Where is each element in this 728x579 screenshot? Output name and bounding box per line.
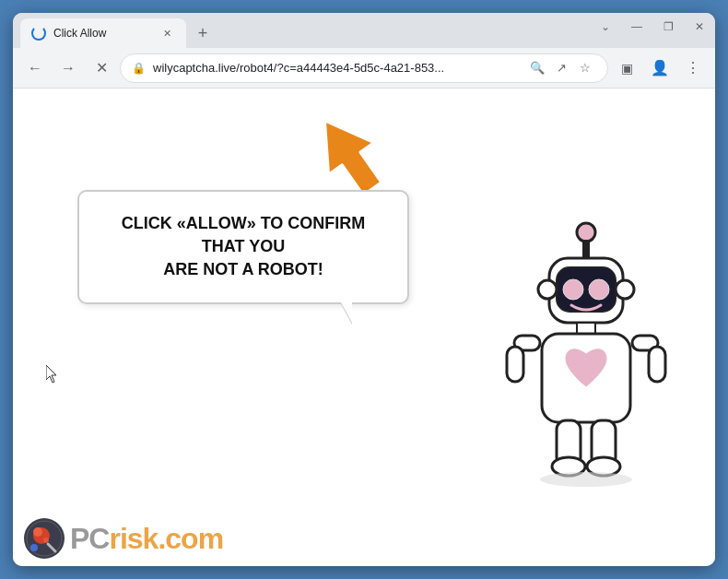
search-icon: 🔍 [530,61,545,75]
back-button[interactable]: ← [20,53,50,83]
sidebar-icon: ▣ [621,61,633,76]
svg-point-23 [33,527,42,537]
browser-window: Click Allow ✕ + ⌄ — ❐ ✕ ← → ✕ 🔒 wilycapt… [13,13,715,566]
speech-bubble: CLICK «ALLOW» TO CONFIRM THAT YOU ARE NO… [77,190,409,304]
svg-rect-14 [649,347,665,382]
svg-point-7 [538,280,557,299]
active-tab[interactable]: Click Allow ✕ [20,18,186,48]
reload-button[interactable]: ✕ [87,53,116,83]
menu-button[interactable]: ⋮ [678,53,708,83]
profile-icon: 👤 [651,59,669,77]
robot-illustration [494,216,678,511]
profile-button[interactable]: 👤 [645,53,675,83]
address-bar[interactable]: 🔒 wilycaptcha.live/robot4/?c=a44443e4-5d… [120,53,608,83]
bookmark-button[interactable]: ☆ [574,57,596,79]
back-icon: ← [28,60,42,77]
nav-bar: ← → ✕ 🔒 wilycaptcha.live/robot4/?c=a4444… [13,48,715,89]
svg-marker-20 [46,365,56,383]
svg-point-19 [540,472,632,487]
page-content: CLICK «ALLOW» TO CONFIRM THAT YOU ARE NO… [13,89,715,566]
new-tab-button[interactable]: + [190,20,216,46]
menu-icon: ⋮ [686,59,700,77]
mouse-cursor [46,365,57,382]
reload-icon: ✕ [96,59,108,77]
forward-icon: → [61,60,76,77]
window-controls: ⌄ — ❐ ✕ [597,18,708,35]
robot-svg [494,216,678,520]
pcrisk-logo [24,518,65,559]
svg-point-24 [43,538,49,543]
tab-title: Click Allow [53,27,151,40]
svg-rect-12 [507,347,523,382]
svg-point-5 [563,279,583,300]
star-icon: ☆ [580,61,591,75]
title-bar: Click Allow ✕ + ⌄ — ❐ ✕ [13,13,715,48]
close-button[interactable]: ✕ [691,18,708,35]
svg-point-1 [577,223,595,242]
search-button[interactable]: 🔍 [526,57,548,79]
bubble-text: CLICK «ALLOW» TO CONFIRM THAT YOU ARE NO… [105,212,382,282]
lock-icon: 🔒 [132,62,146,75]
address-text: wilycaptcha.live/robot4/?c=a44443e4-5d5c… [153,61,519,75]
pcrisk-watermark: PCrisk.com [24,518,223,559]
pcrisk-logo-svg [26,520,63,557]
tab-close-button[interactable]: ✕ [159,25,175,41]
tab-spinner [31,26,46,41]
forward-button[interactable]: → [53,53,83,83]
sidebar-toggle-button[interactable]: ▣ [612,53,641,83]
maximize-button[interactable]: ❐ [660,18,676,35]
svg-point-8 [616,280,634,299]
tab-area: Click Allow ✕ + [20,13,216,48]
chevron-down-icon[interactable]: ⌄ [597,18,614,35]
minimize-button[interactable]: — [628,18,645,35]
svg-point-26 [30,544,38,551]
pcrisk-brand-text: PCrisk.com [70,522,223,556]
share-icon: ↗ [557,61,567,75]
svg-point-6 [589,279,609,300]
address-bar-actions: 🔍 ↗ ☆ [526,57,596,79]
share-button[interactable]: ↗ [550,57,572,79]
